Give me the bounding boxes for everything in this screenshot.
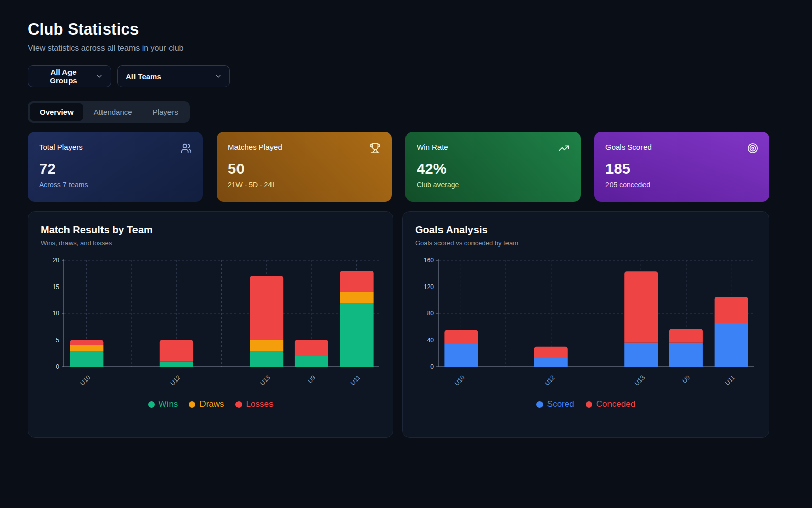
stat-card-label: Total Players: [39, 143, 83, 151]
tab-overview[interactable]: Overview: [30, 103, 83, 121]
goals-analysis-chart: 04080120160U10U12U13U9U11: [415, 255, 756, 391]
match-results-legend: WinsDrawsLosses: [41, 399, 381, 409]
legend-dot: [536, 401, 543, 408]
svg-text:U11: U11: [724, 374, 736, 387]
tab-players[interactable]: Players: [143, 103, 188, 121]
stat-card-label: Goals Scored: [605, 143, 652, 151]
filter-bar: All Age Groups All Teams: [28, 65, 784, 87]
legend-item[interactable]: Draws: [189, 399, 224, 409]
stat-card-sub: 21W - 5D - 24L: [228, 181, 381, 189]
tab-attendance[interactable]: Attendance: [84, 103, 142, 121]
target-icon: [747, 143, 758, 154]
legend-label: Wins: [159, 399, 178, 409]
stat-card-sub: Across 7 teams: [39, 181, 192, 189]
legend-item[interactable]: Conceded: [586, 399, 636, 409]
svg-text:5: 5: [56, 337, 59, 344]
tab-bar: Overview Attendance Players: [28, 101, 190, 123]
svg-text:0: 0: [430, 363, 434, 370]
svg-text:U13: U13: [259, 374, 272, 387]
legend-label: Scored: [547, 399, 574, 409]
stat-card-label: Matches Played: [228, 143, 282, 151]
svg-text:U9: U9: [306, 374, 317, 385]
team-select[interactable]: All Teams: [117, 65, 230, 87]
goals-analysis-panel: Goals Analysis Goals scored vs conceded …: [402, 211, 769, 438]
chart-subtitle: Goals scored vs conceded by team: [415, 239, 757, 247]
stat-card-sub: Club average: [417, 181, 569, 189]
legend-dot: [189, 401, 195, 408]
svg-text:U12: U12: [168, 374, 182, 387]
match-results-chart: 05101520U10U12U13U9U11: [41, 255, 382, 391]
stat-card-label: Win Rate: [417, 143, 448, 151]
stat-card-goals-scored: Goals Scored 185 205 conceded: [594, 132, 769, 202]
svg-text:U12: U12: [543, 374, 556, 387]
legend-item[interactable]: Scored: [536, 399, 574, 409]
svg-text:120: 120: [424, 283, 434, 291]
svg-text:40: 40: [427, 337, 434, 344]
stat-card-sub: 205 conceded: [605, 181, 758, 189]
stat-card-value: 185: [605, 161, 758, 177]
stat-card-value: 50: [228, 161, 381, 177]
match-results-panel: Match Results by Team Wins, draws, and l…: [28, 211, 393, 438]
team-select-value: All Teams: [126, 72, 161, 81]
legend-label: Losses: [246, 399, 274, 409]
svg-text:160: 160: [424, 257, 434, 264]
chart-title: Match Results by Team: [41, 224, 381, 236]
legend-dot: [235, 401, 242, 408]
page-title: Club Statistics: [28, 20, 784, 39]
chart-title: Goals Analysis: [415, 224, 757, 236]
stat-card-value: 72: [39, 161, 192, 177]
svg-text:10: 10: [53, 310, 60, 317]
svg-text:80: 80: [427, 310, 434, 317]
stat-card-value: 42%: [417, 161, 569, 177]
legend-dot: [148, 401, 155, 408]
svg-text:U9: U9: [681, 374, 691, 385]
charts-row: Match Results by Team Wins, draws, and l…: [28, 211, 784, 438]
trending-up-icon: [558, 143, 569, 154]
trophy-icon: [369, 143, 381, 154]
page-subtitle: View statistics across all teams in your…: [28, 44, 784, 53]
stat-card-win-rate: Win Rate 42% Club average: [405, 132, 581, 202]
svg-text:U13: U13: [633, 374, 647, 387]
svg-text:U10: U10: [453, 374, 466, 387]
club-statistics-page: Club Statistics View statistics across a…: [0, 0, 812, 438]
users-icon: [181, 143, 192, 154]
chart-subtitle: Wins, draws, and losses: [41, 239, 381, 247]
stat-card-total-players: Total Players 72 Across 7 teams: [28, 132, 203, 202]
stat-card-matches-played: Matches Played 50 21W - 5D - 24L: [217, 132, 392, 202]
chevron-down-icon: [214, 72, 222, 80]
stat-card-row: Total Players 72 Across 7 teams Matches …: [28, 132, 769, 202]
legend-item[interactable]: Losses: [235, 399, 274, 409]
legend-label: Conceded: [596, 399, 636, 409]
chevron-down-icon: [95, 72, 104, 80]
svg-text:20: 20: [53, 257, 60, 264]
svg-text:0: 0: [56, 363, 59, 370]
svg-text:U11: U11: [349, 374, 362, 387]
goals-analysis-legend: ScoredConceded: [415, 399, 757, 409]
legend-dot: [586, 401, 592, 408]
age-group-select[interactable]: All Age Groups: [28, 65, 111, 87]
svg-text:15: 15: [53, 283, 60, 291]
legend-label: Draws: [199, 399, 224, 409]
legend-item[interactable]: Wins: [148, 399, 178, 409]
svg-text:U10: U10: [79, 374, 92, 387]
age-group-select-value: All Age Groups: [37, 68, 90, 85]
